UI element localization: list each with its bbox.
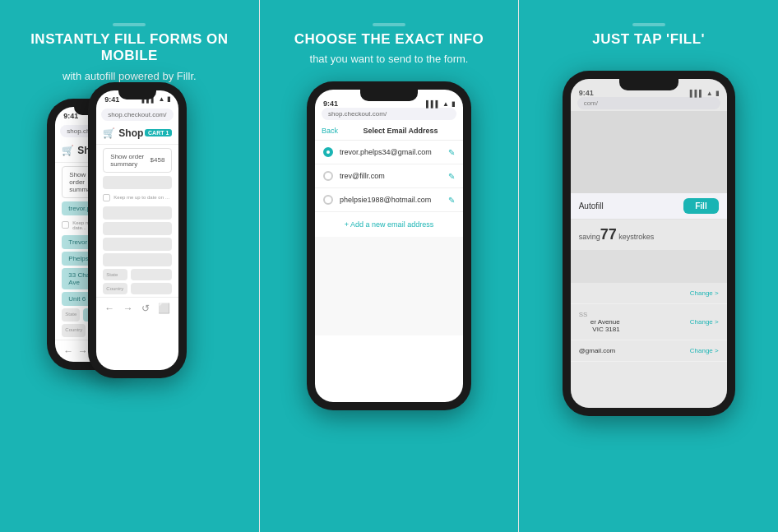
email-option-1[interactable]: trevor.phelps34@gmail.com ✎ — [315, 141, 463, 164]
autofill-label: Autofill — [579, 201, 604, 210]
checkbox-front — [103, 194, 110, 201]
autofill-row-2: SS er Avenue VIC 3181 Change > — [571, 304, 727, 340]
panel-1: INSTANTLY FILL FORMS ON MOBILE with auto… — [0, 0, 259, 532]
shop-logo-front: 🛒 Shop — [103, 127, 143, 139]
battery-icon-front: ▮ — [167, 95, 170, 103]
autofill-bar: Autofill Fill — [571, 193, 727, 220]
status-time-front: 9:41 — [104, 95, 119, 104]
change-link-3[interactable]: Change > — [690, 347, 719, 354]
checkbox-back — [62, 221, 69, 229]
autofill-row-1: Change > — [571, 283, 727, 304]
email-option-3[interactable]: phelpsie1988@hotmail.com ✎ — [315, 188, 463, 212]
page-content-area — [571, 111, 727, 193]
cart-icon-back: 🛒 — [62, 145, 74, 156]
signal-icon-3: ▌▌▌ — [690, 90, 704, 97]
checkbox-label-front: Keep me up to date on news and exclusive… — [113, 195, 171, 200]
url-bar-2: shop.checkout.com/ — [322, 108, 456, 120]
saving-prefix: saving — [579, 233, 600, 241]
add-email-link[interactable]: + Add a new email address — [315, 212, 463, 237]
status-time-3: 9:41 — [579, 89, 594, 97]
refresh-btn-front[interactable]: ↺ — [141, 303, 150, 314]
email-text-2: trev@fillr.com — [340, 172, 442, 180]
top-pill — [113, 23, 146, 26]
cart-icon-front: 🛒 — [103, 127, 115, 139]
cart-badge-front: CART 1 — [145, 129, 172, 136]
status-icons-3: ▌▌▌ ▲ ▮ — [690, 90, 719, 97]
field-fn-front — [103, 206, 172, 220]
email-text-1: trevor.phelps34@gmail.com — [340, 148, 442, 156]
email-select-header: Back Select Email Address — [315, 122, 463, 141]
panel-2-title: CHOOSE THE EXACT INFO — [294, 31, 484, 48]
url-bar-front: shop.checkout.com/ — [101, 109, 174, 121]
back-link-2[interactable]: Back — [322, 127, 338, 135]
share-btn-front[interactable]: ⬜ — [158, 303, 170, 314]
back-btn-front[interactable]: ← — [104, 303, 114, 314]
gap-area — [571, 250, 727, 283]
field-email-front — [103, 176, 172, 189]
browser-bar-front: ← → ↺ ⬜ — [96, 297, 178, 319]
radio-empty-3[interactable] — [323, 195, 333, 205]
phone-front: 9:41 ▌▌▌ ▲ ▮ shop.checkout.com/ 🛒 Sh — [88, 82, 203, 378]
battery-icon-3: ▮ — [715, 90, 719, 97]
signal-icon-2: ▌▌▌ — [426, 100, 440, 108]
change-link-2[interactable]: Change > — [690, 318, 719, 326]
row2-label: SS — [579, 311, 637, 318]
keystroke-saving: saving77 keystrokes — [571, 220, 727, 250]
fwd-btn-front[interactable]: → — [123, 303, 133, 314]
fill-button[interactable]: Fill — [683, 198, 718, 214]
panel-1-title: INSTANTLY FILL FORMS ON MOBILE — [13, 31, 246, 65]
field-ln-front — [103, 222, 172, 235]
edit-icon-2[interactable]: ✎ — [448, 172, 455, 181]
saving-num: 77 — [600, 226, 617, 243]
phone-stack-1: 9:41 ▌▌▌ ▲ ▮ shop.checkout.com/ 🛒 Sh — [72, 82, 187, 378]
edit-icon-3[interactable]: ✎ — [448, 196, 455, 205]
row2-value: er Avenue VIC 3181 — [579, 318, 620, 333]
wifi-icon-3: ▲ — [706, 90, 713, 97]
row3-value: @gmail.com — [579, 347, 604, 354]
field-unit-front — [103, 253, 172, 266]
screen-bottom-area — [315, 237, 463, 335]
url-bar-3: com/ — [577, 97, 720, 109]
checkbox-row-front: Keep me up to date on news and exclusive… — [96, 192, 178, 204]
email-text-3: phelpsie1988@hotmail.com — [340, 196, 442, 204]
status-time-2: 9:41 — [323, 99, 338, 108]
order-summary-label-front: Show order summary — [110, 153, 150, 168]
order-summary-front: Show order summary $458 — [103, 148, 172, 173]
edit-icon-1[interactable]: ✎ — [448, 148, 455, 157]
autofill-row-3: @gmail.com Change > — [571, 340, 727, 362]
shop-label-front: Shop — [118, 127, 143, 139]
saving-suffix: keystrokes — [617, 233, 655, 241]
shop-header-front: 🛒 Shop CART 1 — [96, 123, 178, 145]
panel-3-title: JUST TAP 'FILL' — [592, 31, 705, 48]
radio-empty-2[interactable] — [323, 171, 333, 181]
email-option-2[interactable]: trev@fillr.com ✎ — [315, 164, 463, 188]
panel-2: CHOOSE THE EXACT INFO that you want to s… — [260, 0, 519, 532]
panel-3: JUST TAP 'FILL' 9:41 ▌▌▌ ▲ ▮ com/ — [519, 0, 778, 532]
panel-2-subtitle: that you want to send to the form. — [310, 53, 469, 65]
top-pill-3 — [632, 23, 665, 26]
top-pill-2 — [373, 23, 405, 26]
phone-2: 9:41 ▌▌▌ ▲ ▮ shop.checkout.com/ Back Sel… — [307, 81, 471, 410]
battery-icon-2: ▮ — [452, 100, 455, 108]
panel-1-subtitle: with autofill powered by Fillr. — [63, 70, 197, 82]
field-addr-front — [103, 238, 172, 251]
email-select-title: Select Email Address — [345, 127, 456, 135]
wifi-icon-2: ▲ — [442, 100, 449, 108]
order-price-front: $458 — [151, 156, 165, 164]
radio-selected[interactable] — [323, 147, 333, 157]
fwd-btn-back[interactable]: → — [78, 345, 88, 357]
main-container: INSTANTLY FILL FORMS ON MOBILE with auto… — [0, 0, 778, 532]
change-link-1[interactable]: Change > — [690, 289, 719, 297]
phone-3: 9:41 ▌▌▌ ▲ ▮ com/ Autofill Fill — [563, 71, 735, 416]
back-btn-back[interactable]: ← — [63, 345, 73, 357]
status-icons-2: ▌▌▌ ▲ ▮ — [426, 100, 455, 108]
wifi-icon-front: ▲ — [158, 95, 164, 103]
